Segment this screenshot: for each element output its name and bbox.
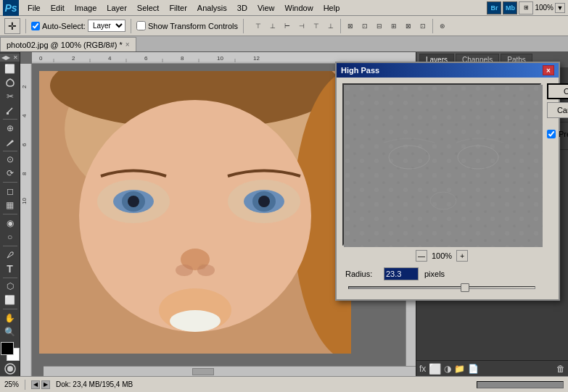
- nav-prev-btn[interactable]: ◀: [31, 380, 40, 389]
- text-tool-icon[interactable]: T: [2, 262, 18, 275]
- align-right-icon[interactable]: ⊥: [324, 20, 337, 33]
- delete-layer-icon[interactable]: 🗑: [556, 364, 565, 374]
- new-layer-icon[interactable]: 📄: [468, 364, 479, 374]
- adjustment-layer-icon[interactable]: ◑: [444, 364, 451, 374]
- eraser-tool-icon[interactable]: ◻: [2, 185, 18, 198]
- toolbar-sep-1: [25, 19, 26, 33]
- svg-text:8: 8: [181, 55, 184, 62]
- menu-view[interactable]: View: [253, 2, 279, 14]
- selection-tool-icon[interactable]: ⬜: [2, 62, 18, 75]
- distribute-icon-6[interactable]: ⊡: [416, 20, 429, 33]
- color-swatches: [1, 342, 20, 359]
- dodge-tool-icon[interactable]: ○: [2, 230, 18, 243]
- menu-help[interactable]: Help: [319, 2, 345, 14]
- nav-next-btn[interactable]: ▶: [41, 380, 50, 389]
- patch-tool-icon[interactable]: ⊕: [2, 122, 18, 135]
- shape-tool-icon[interactable]: ⬜: [2, 293, 18, 306]
- distribute-icon-2[interactable]: ⊡: [358, 20, 371, 33]
- foreground-color-swatch[interactable]: [1, 342, 14, 355]
- auto-select-checkbox[interactable]: [31, 22, 40, 30]
- align-middle-icon[interactable]: ⊥: [266, 20, 279, 33]
- cancel-button[interactable]: Cancel: [547, 102, 568, 118]
- hand-tool-icon[interactable]: ✋: [2, 312, 18, 325]
- distribute-icon-3[interactable]: ⊟: [373, 20, 386, 33]
- svg-text:0: 0: [39, 55, 43, 62]
- layers-bottom-bar: fx ⬜ ◑ 📁 📄 🗑: [416, 360, 568, 376]
- tool-sep-4: [3, 214, 17, 214]
- menu-3d[interactable]: 3D: [233, 2, 252, 14]
- ok-button[interactable]: OK: [547, 83, 568, 99]
- ruler-left: 2 4 6 8 10: [20, 64, 32, 376]
- auto-align-icon[interactable]: ⊛: [436, 20, 449, 33]
- pen-tool-icon[interactable]: [2, 249, 18, 262]
- svg-point-3: [7, 366, 13, 372]
- svg-point-35: [128, 196, 139, 207]
- media-browser-icon[interactable]: Mb: [503, 1, 517, 14]
- bridge-icon[interactable]: Br: [487, 1, 501, 14]
- gradient-tool-icon[interactable]: ▦: [2, 199, 18, 212]
- menu-window[interactable]: Window: [281, 2, 318, 14]
- distribute-icon-1[interactable]: ⊠: [344, 20, 357, 33]
- radius-slider-thumb[interactable]: [461, 283, 469, 292]
- brush-tool-icon[interactable]: [2, 135, 18, 149]
- dialog-buttons: OK Cancel Preview: [547, 83, 568, 293]
- scroll-thumb-horizontal[interactable]: [192, 368, 214, 375]
- svg-text:8: 8: [21, 172, 28, 175]
- menu-filter[interactable]: Filter: [165, 2, 191, 14]
- zoom-tool-icon[interactable]: 🔍: [2, 325, 18, 338]
- tool-sep-5: [3, 246, 17, 246]
- radius-slider-track[interactable]: [348, 286, 535, 289]
- history-brush-icon[interactable]: ⟳: [2, 167, 18, 180]
- scrollbar-horizontal[interactable]: [44, 366, 416, 376]
- eyedropper-tool-icon[interactable]: [2, 104, 18, 117]
- menu-file[interactable]: File: [23, 2, 45, 14]
- dialog-close-btn[interactable]: ×: [543, 65, 554, 75]
- lasso-tool-icon[interactable]: [2, 76, 18, 89]
- status-navigate: ◀ ▶: [31, 380, 50, 389]
- face-photo: [39, 71, 351, 354]
- radius-input[interactable]: [384, 267, 419, 280]
- svg-text:4: 4: [108, 55, 112, 62]
- svg-text:10: 10: [217, 55, 223, 62]
- workspace-icon[interactable]: ⊞: [519, 1, 533, 14]
- zoom-in-btn[interactable]: +: [456, 250, 468, 262]
- new-group-icon[interactable]: 📁: [454, 364, 465, 374]
- align-bottom-icon[interactable]: ⊢: [281, 20, 294, 33]
- menu-edit[interactable]: Edit: [46, 2, 69, 14]
- document-tab[interactable]: photo02.jpg @ 100% (RGB/8#) * ×: [0, 37, 136, 51]
- align-top-icon[interactable]: ⊤: [252, 20, 265, 33]
- progress-bar: [477, 381, 564, 388]
- preview-checkbox[interactable]: [547, 130, 556, 138]
- align-left-icon[interactable]: ⊣: [295, 20, 308, 33]
- crop-tool-icon[interactable]: ✂: [2, 90, 18, 103]
- tab-close-btn[interactable]: ×: [125, 41, 130, 49]
- path-selection-icon[interactable]: ⬡: [2, 280, 18, 293]
- panel-handle[interactable]: ◀▶ ✕: [0, 54, 20, 62]
- zoom-dropdown-icon[interactable]: ▼: [555, 3, 565, 13]
- svg-rect-44: [344, 85, 543, 247]
- tabbar: photo02.jpg @ 100% (RGB/8#) * ×: [0, 36, 568, 52]
- layer-dropdown[interactable]: Layer: [88, 20, 125, 32]
- photo-canvas: [39, 71, 351, 354]
- toolbar-sep-3: [243, 19, 244, 33]
- quick-mask-icon[interactable]: [2, 362, 18, 376]
- distribute-icon-5[interactable]: ⊠: [402, 20, 415, 33]
- menu-layer[interactable]: Layer: [102, 2, 131, 14]
- auto-select-area: Auto-Select: Layer: [31, 20, 125, 32]
- svg-line-0: [7, 108, 12, 113]
- add-mask-icon[interactable]: ⬜: [429, 363, 441, 375]
- menu-image[interactable]: Image: [70, 2, 102, 14]
- tool-sep-2: [3, 151, 17, 151]
- status-doc-info: Dok: 23,4 MB/195,4 MB: [56, 380, 133, 388]
- blur-tool-icon[interactable]: ◉: [2, 217, 18, 230]
- show-transform-checkbox[interactable]: [136, 21, 146, 30]
- layer-fx-icon[interactable]: fx: [419, 364, 426, 374]
- menu-analysis[interactable]: Analysis: [193, 2, 231, 14]
- distribute-icon-4[interactable]: ⊞: [387, 20, 400, 33]
- zoom-out-btn[interactable]: —: [416, 250, 427, 262]
- radius-row: Radius: pixels: [342, 267, 541, 280]
- move-tool-icon[interactable]: ✛: [4, 18, 20, 34]
- clone-stamp-icon[interactable]: ⊙: [2, 153, 18, 166]
- menu-select[interactable]: Select: [133, 2, 164, 14]
- align-center-icon[interactable]: ⊤: [310, 20, 323, 33]
